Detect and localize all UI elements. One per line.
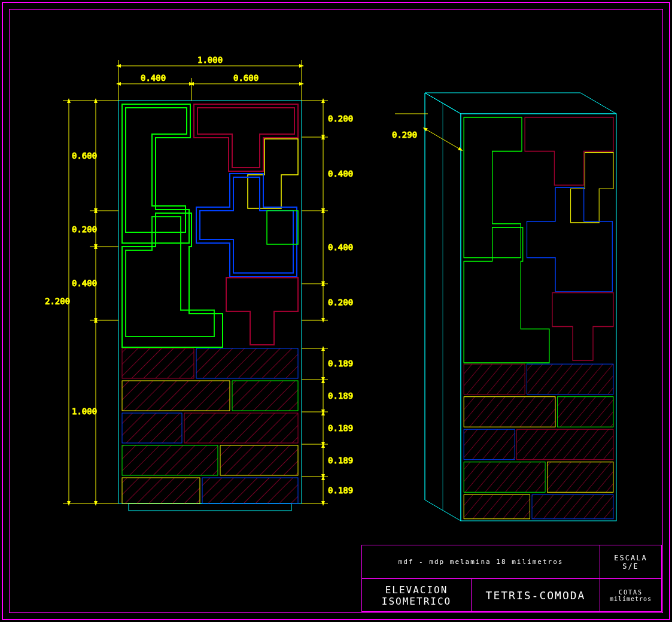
escala-cell: ESCALA S/E: [600, 545, 661, 578]
title-block: mdf - mdp melamina 18 milímetros ESCALA …: [361, 545, 662, 612]
svg-rect-5: [122, 381, 230, 411]
svg-rect-59: [532, 494, 613, 518]
svg-rect-11: [122, 478, 200, 503]
escala-value: S/E: [622, 562, 639, 571]
svg-rect-58: [464, 494, 530, 518]
svg-rect-56: [464, 462, 545, 493]
dim-top-total: 1.000: [197, 55, 223, 65]
svg-rect-54: [464, 429, 515, 460]
svg-rect-7: [122, 413, 182, 443]
dim-right-g: 0.189: [328, 423, 353, 433]
cotas-cell: COTAS milímetros: [600, 579, 661, 612]
svg-rect-10: [220, 445, 298, 475]
drawing-title: TETRIS-COMODA: [471, 579, 600, 612]
dim-right-d: 0.200: [328, 298, 353, 307]
dim-top-left: 0.400: [141, 73, 166, 83]
svg-rect-8: [184, 413, 298, 443]
dim-left-a: 0.600: [72, 151, 97, 160]
dim-left-c: 0.400: [72, 278, 97, 288]
views-cell: ELEVACION ISOMETRICO: [362, 579, 471, 612]
svg-rect-9: [122, 445, 218, 475]
svg-rect-53: [558, 397, 614, 427]
drawers: [122, 348, 298, 503]
svg-rect-3: [122, 348, 194, 378]
drawing-canvas: 1.000 0.400 0.600 2.200 0.600 0.200 0.40…: [0, 0, 672, 622]
dim-right-a: 0.200: [328, 114, 353, 123]
isometric-view: 0.290: [392, 93, 616, 521]
view-elevacion: ELEVACION: [385, 584, 448, 596]
dim-right-c: 0.400: [328, 242, 353, 252]
dim-right-h: 0.189: [328, 456, 353, 465]
svg-rect-4: [196, 348, 298, 378]
dim-right-f: 0.189: [328, 391, 353, 400]
cotas-label: COTAS: [619, 589, 643, 596]
cotas-value: milímetros: [610, 596, 652, 602]
dim-right-b: 0.400: [328, 169, 353, 178]
material-note: mdf - mdp melamina 18 milímetros: [362, 545, 600, 578]
svg-rect-12: [202, 478, 298, 503]
svg-rect-2: [129, 503, 291, 511]
escala-label: ESCALA: [614, 554, 647, 562]
dim-iso-depth: 0.290: [392, 130, 417, 139]
svg-rect-52: [464, 397, 555, 427]
dim-right-e: 0.189: [328, 359, 353, 368]
dim-left-d: 1.000: [72, 406, 97, 416]
view-isometrico: ISOMETRICO: [382, 596, 451, 607]
svg-rect-50: [464, 364, 525, 395]
dim-left-total: 2.200: [45, 296, 70, 306]
dim-right-i: 0.189: [328, 486, 353, 495]
svg-rect-51: [527, 364, 614, 395]
dim-top-right: 0.600: [233, 73, 259, 83]
svg-rect-57: [548, 462, 614, 493]
svg-rect-55: [517, 429, 614, 460]
elevation-view: [118, 101, 302, 511]
dim-left-b: 0.200: [72, 224, 97, 234]
svg-rect-6: [232, 381, 298, 411]
